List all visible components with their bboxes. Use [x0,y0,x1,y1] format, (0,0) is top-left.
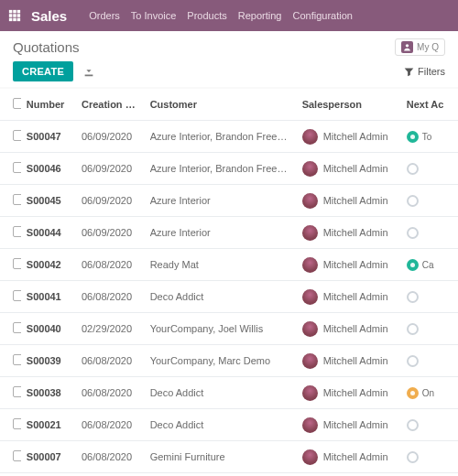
control-panel: Quotations My Q CREATE Filters [0,31,458,87]
cell-next-activity[interactable] [401,153,458,185]
nav-link-products[interactable]: Products [187,10,226,21]
activity-status-icon [407,131,419,143]
table-row[interactable]: S0004206/08/2020Ready MatMitchell AdminC… [0,249,458,281]
row-checkbox[interactable] [13,450,21,461]
quotations-table: Number Creation Date Customer Salesperso… [0,89,458,476]
row-checkbox[interactable] [13,322,21,333]
cell-creation-date: 06/08/2020 [76,345,145,377]
row-checkbox[interactable] [13,290,21,301]
activity-status-icon [407,419,419,431]
app-brand[interactable]: Sales [31,8,67,24]
cell-next-activity[interactable]: To [401,121,458,153]
cell-next-activity[interactable] [401,313,458,345]
row-checkbox[interactable] [13,194,21,205]
header-next-activity[interactable]: Next Ac [401,89,458,121]
cell-customer: Deco Addict [145,409,297,441]
import-icon[interactable] [82,65,95,78]
filters-label: Filters [418,66,445,77]
header-salesperson[interactable]: Salesperson [297,89,401,121]
cell-next-activity[interactable]: Ca [401,249,458,281]
table-row[interactable]: S0002106/08/2020Deco AddictMitchell Admi… [0,409,458,441]
apps-icon[interactable] [7,8,22,23]
row-checkbox[interactable] [13,162,21,173]
cell-customer: Lumber Inc [145,473,297,477]
salesperson-name: Mitchell Admin [323,355,388,366]
table-row[interactable]: S0004706/09/2020Azure Interior, Brandon … [0,121,458,153]
cell-customer: Gemini Furniture [145,441,297,473]
row-checkbox[interactable] [13,130,21,141]
cell-number: S00007 [21,441,76,473]
cell-number: S00047 [21,121,76,153]
cell-creation-date: 06/09/2020 [76,121,145,153]
avatar [302,321,318,337]
cell-next-activity[interactable] [401,345,458,377]
cell-creation-date: 02/29/2020 [76,313,145,345]
filters-button[interactable]: Filters [404,66,445,77]
row-checkbox[interactable] [13,258,21,269]
cell-number: S00042 [21,249,76,281]
activity-status-icon [407,259,419,271]
create-button[interactable]: CREATE [13,61,73,81]
nav-link-reporting[interactable]: Reporting [238,10,282,21]
activity-status-icon [407,355,419,367]
cell-number: S00040 [21,313,76,345]
select-all-checkbox[interactable] [13,98,21,109]
table-row[interactable]: S0004506/09/2020Azure InteriorMitchell A… [0,185,458,217]
table-row[interactable]: S0004002/29/2020YourCompany, Joel Willis… [0,313,458,345]
table-row[interactable]: S0004606/09/2020Azure Interior, Brandon … [0,153,458,185]
cell-salesperson: Mitchell Admin [297,345,401,377]
row-checkbox[interactable] [13,226,21,237]
svg-rect-1 [13,10,16,14]
cell-creation-date: 06/08/2020 [76,377,145,409]
nav-link-to-invoice[interactable]: To Invoice [131,10,177,21]
cell-next-activity[interactable] [401,217,458,249]
cell-next-activity[interactable] [401,409,458,441]
nav-links: Orders To Invoice Products Reporting Con… [89,10,353,21]
cell-salesperson: Mitchell Admin [297,121,401,153]
table-row[interactable]: S0003906/08/2020YourCompany, Marc DemoMi… [0,345,458,377]
cell-next-activity[interactable] [401,441,458,473]
avatar [302,385,318,401]
cell-creation-date: 06/09/2020 [76,153,145,185]
cell-salesperson: Mitchell Admin [297,153,401,185]
cell-salesperson: Mitchell Admin [297,377,401,409]
cell-next-activity[interactable] [401,473,458,477]
header-creation-date[interactable]: Creation Date [76,89,145,121]
cell-number: S00038 [21,377,76,409]
salesperson-name: Mitchell Admin [323,259,388,270]
svg-rect-3 [9,14,13,17]
cell-creation-date: 06/09/2020 [76,185,145,217]
cell-salesperson: Mitchell Admin [297,281,401,313]
nav-link-orders[interactable]: Orders [89,10,120,21]
avatar [302,225,318,241]
table-row[interactable]: S0000606/08/2020Lumber IncMitchell Admin [0,473,458,477]
header-number[interactable]: Number [21,89,76,121]
svg-rect-2 [17,10,21,14]
header-customer[interactable]: Customer [145,89,297,121]
row-checkbox[interactable] [13,386,21,397]
cell-customer: Azure Interior [145,217,297,249]
cell-salesperson: Mitchell Admin [297,441,401,473]
table-row[interactable]: S0003806/08/2020Deco AddictMitchell Admi… [0,377,458,409]
cell-next-activity[interactable]: On [401,377,458,409]
activity-label: To [422,132,432,142]
cell-customer: YourCompany, Joel Willis [145,313,297,345]
avatar [302,449,318,465]
row-checkbox[interactable] [13,354,21,365]
cell-next-activity[interactable] [401,185,458,217]
cell-customer: Azure Interior [145,185,297,217]
cell-next-activity[interactable] [401,281,458,313]
cell-creation-date: 06/08/2020 [76,409,145,441]
activity-status-icon [407,195,419,207]
user-icon [401,41,413,53]
salesperson-name: Mitchell Admin [323,419,388,430]
table-row[interactable]: S0000706/08/2020Gemini FurnitureMitchell… [0,441,458,473]
nav-link-configuration[interactable]: Configuration [292,10,352,21]
my-quotations-filter[interactable]: My Q [395,38,445,56]
table-row[interactable]: S0004406/09/2020Azure InteriorMitchell A… [0,217,458,249]
table-row[interactable]: S0004106/08/2020Deco AddictMitchell Admi… [0,281,458,313]
cell-salesperson: Mitchell Admin [297,185,401,217]
salesperson-name: Mitchell Admin [323,163,388,174]
row-checkbox[interactable] [13,418,21,429]
svg-rect-4 [13,14,16,17]
